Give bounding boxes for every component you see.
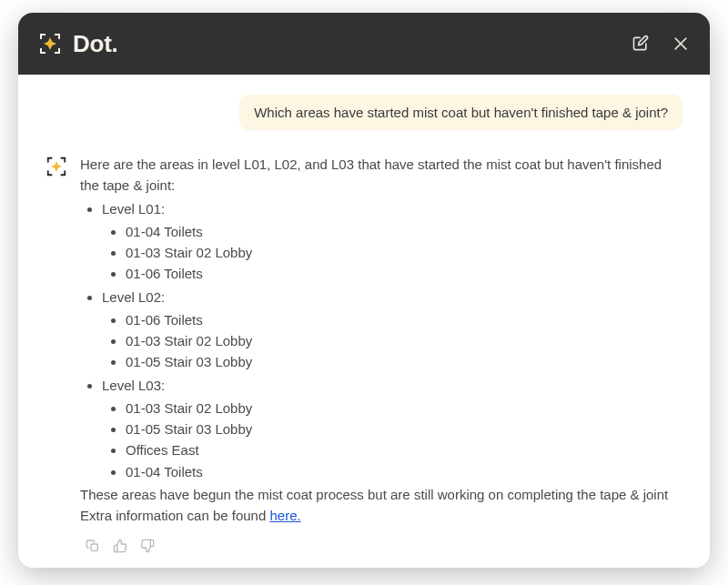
area-item: 01-03 Stair 02 Lobby (126, 398, 682, 419)
level-item: Level L02: 01-06 Toilets 01-03 Stair 02 … (102, 287, 682, 373)
thumbs-down-button[interactable] (138, 537, 157, 555)
level-item: Level L01: 01-04 Toilets 01-03 Stair 02 … (102, 198, 682, 285)
area-item: 01-06 Toilets (126, 309, 682, 330)
area-list: 01-06 Toilets 01-03 Stair 02 Lobby 01-05… (102, 309, 682, 373)
thumbs-up-icon (113, 539, 127, 553)
feedback-actions (84, 537, 682, 555)
assistant-message-body: Here are the areas in level L01, L02, an… (80, 154, 682, 555)
area-item: 01-05 Stair 03 Lobby (126, 351, 682, 372)
titlebar: Dot. (18, 13, 710, 75)
area-item: Offices East (126, 439, 682, 460)
area-item: 01-05 Stair 03 Lobby (126, 419, 682, 439)
area-list: 01-03 Stair 02 Lobby 01-05 Stair 03 Lobb… (102, 398, 682, 482)
assistant-message-row: Here are the areas in level L01, L02, an… (46, 154, 682, 555)
assistant-closing-text: These areas have begun the mist coat pro… (80, 484, 682, 505)
levels-list: Level L01: 01-04 Toilets 01-03 Stair 02 … (80, 198, 682, 482)
area-item: 01-06 Toilets (126, 263, 682, 284)
assistant-intro-text: Here are the areas in level L01, L02, an… (80, 154, 682, 197)
extra-info-link[interactable]: here. (269, 508, 300, 523)
chat-window: Dot. Which areas have started mist coat … (18, 13, 710, 568)
brand: Dot. (38, 30, 118, 58)
close-icon (672, 35, 690, 53)
brand-name: Dot. (73, 30, 118, 58)
user-message-bubble: Which areas have started mist coat but h… (239, 95, 682, 130)
edit-icon (632, 35, 650, 53)
title-actions (632, 35, 690, 53)
thumbs-down-icon (140, 539, 155, 553)
level-label: Level L01: (102, 201, 165, 217)
assistant-avatar-icon (46, 156, 67, 177)
user-message-row: Which areas have started mist coat but h… (46, 95, 682, 130)
area-item: 01-04 Toilets (126, 221, 682, 242)
area-item: 01-03 Stair 02 Lobby (126, 242, 682, 263)
level-label: Level L03: (102, 378, 165, 393)
area-item: 01-04 Toilets (126, 461, 682, 482)
assistant-extra-info: Extra information can be found here. (80, 505, 682, 526)
brand-logo-icon (38, 32, 62, 55)
level-label: Level L02: (102, 289, 165, 305)
copy-icon (86, 539, 100, 553)
thumbs-up-button[interactable] (111, 537, 129, 555)
copy-button[interactable] (84, 537, 102, 555)
edit-button[interactable] (632, 35, 650, 53)
area-item: 01-03 Stair 02 Lobby (126, 330, 682, 351)
area-list: 01-04 Toilets 01-03 Stair 02 Lobby 01-06… (102, 221, 682, 285)
svg-rect-2 (91, 544, 97, 550)
level-item: Level L03: 01-03 Stair 02 Lobby 01-05 St… (102, 375, 682, 482)
chat-content: Which areas have started mist coat but h… (18, 75, 710, 568)
close-button[interactable] (672, 35, 690, 53)
extra-info-prefix: Extra information can be found (80, 508, 269, 523)
